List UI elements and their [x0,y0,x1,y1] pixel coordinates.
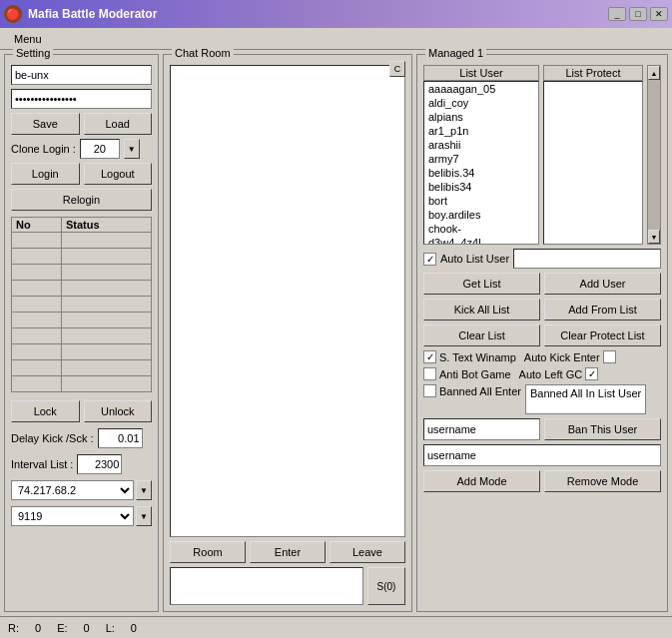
anti-bot-label: Anti Bot Game [439,368,511,380]
setting-panel-title: Setting [13,47,53,59]
clear-list-button[interactable]: Clear List [423,324,540,346]
setting-panel: Setting Save Load Clone Login : ▼ Login … [4,54,159,612]
table-row [12,265,152,281]
clear-protect-button[interactable]: Clear Protect List [544,324,661,346]
managed-scrollbar[interactable]: ▲ ▼ [647,65,661,245]
managed-panel: Managed 1 List User aaaaagan_05aldi_coya… [416,54,668,612]
login-logout-row: Login Logout [11,163,152,185]
password-input[interactable] [11,89,152,109]
auto-kick-label: Auto Kick Enter [524,351,600,363]
add-mode-button[interactable]: Add Mode [423,470,540,492]
kick-all-button[interactable]: Kick All List [423,299,540,320]
table-row [12,360,152,376]
banned-all-label: Banned All Enter [439,385,521,397]
delay-input[interactable] [98,428,143,448]
scroll-up-arrow[interactable]: ▲ [648,66,660,80]
close-button[interactable]: ✕ [650,7,668,21]
menu-item-menu[interactable]: Menu [6,31,50,47]
ip-spin[interactable]: ▼ [136,480,152,500]
relogin-button[interactable]: Relogin [11,189,152,211]
list-protect-content[interactable] [543,81,643,245]
list-item[interactable]: ar1_p1n [424,124,538,138]
clone-row: Clone Login : ▼ [11,139,152,159]
banned-all-option: Banned All Enter [423,384,521,397]
logout-button[interactable]: Logout [84,163,153,185]
managed-panel-title: Managed 1 [425,47,486,59]
leave-button[interactable]: Leave [330,541,405,563]
list-item[interactable]: belibis34 [424,180,538,194]
list-item[interactable]: aldi_coy [424,96,538,110]
ban-user-button[interactable]: Ban This User [544,418,661,440]
auto-list-checkbox[interactable] [423,253,436,266]
lock-button[interactable]: Lock [11,400,80,422]
list-item[interactable]: bort [424,194,538,208]
maximize-button[interactable]: □ [629,7,647,21]
minimize-button[interactable]: _ [608,7,626,21]
send-button[interactable]: S(0) [367,567,405,605]
auto-list-label: Auto List User [440,253,509,265]
anti-bot-checkbox[interactable] [423,367,436,380]
list-item[interactable]: arashii [424,138,538,152]
enter-button[interactable]: Enter [250,541,326,563]
scroll-track [648,80,660,230]
app-title: Mafia Battle Moderator [28,7,602,21]
auto-list-input[interactable] [513,249,661,269]
s-text-checkbox[interactable] [423,350,436,363]
save-load-row: Save Load [11,113,152,135]
interval-input[interactable] [77,454,122,474]
list-item[interactable]: boy.ardiles [424,208,538,222]
list-item[interactable]: army7 [424,152,538,166]
save-button[interactable]: Save [11,113,80,135]
lock-unlock-row: Lock Unlock [11,400,152,422]
clone-input[interactable] [80,139,120,159]
list-user-header[interactable]: List User [423,65,539,81]
ip-dropdown[interactable]: 74.217.68.2 [11,480,134,500]
chat-controls-row: Room Enter Leave [170,541,405,563]
clone-label: Clone Login : [11,143,76,155]
get-list-button[interactable]: Get List [423,273,540,295]
chat-panel-title: Chat Room [172,47,234,59]
scroll-down-arrow[interactable]: ▼ [648,230,660,244]
menubar: Menu [0,28,672,50]
e-label: E: [57,622,67,634]
room-button[interactable]: Room [170,541,246,563]
chat-message-input[interactable] [170,567,363,605]
managed-top: List User aaaaagan_05aldi_coyalpiansar1_… [423,65,661,245]
auto-left-option: Auto Left GC [519,367,599,380]
login-button[interactable]: Login [11,163,80,185]
username-input[interactable] [11,65,152,85]
port-dropdown[interactable]: 9119 [11,506,134,526]
titlebar: 🔴 Mafia Battle Moderator _ □ ✕ [0,0,672,28]
clone-spin[interactable]: ▼ [124,139,140,159]
remove-mode-button[interactable]: Remove Mode [544,470,661,492]
list-item[interactable]: chook- [424,222,538,236]
col-status: Status [61,218,151,233]
auto-kick-option: Auto Kick Enter [524,350,616,363]
chat-clear-button[interactable]: C [389,61,405,77]
username-full-input[interactable] [423,444,661,466]
list-item[interactable]: belibis.34 [424,166,538,180]
anti-bot-option: Anti Bot Game [423,367,511,380]
banned-row: Banned All Enter Banned All In List User [423,384,661,414]
add-user-button[interactable]: Add User [544,273,661,295]
r-label: R: [8,622,19,634]
chat-area[interactable] [170,65,405,537]
auto-left-checkbox[interactable] [585,367,598,380]
auto-kick-checkbox[interactable] [603,350,616,363]
l-label: L: [106,622,115,634]
interval-label: Interval List : [11,458,73,470]
port-spin[interactable]: ▼ [136,506,152,526]
list-item[interactable]: alpians [424,110,538,124]
options-row-1: S. Text Winamp Auto Kick Enter [423,350,661,363]
list-user-box[interactable]: aaaaagan_05aldi_coyalpiansar1_p1narashii… [423,81,539,245]
list-item[interactable]: d3w4_4z4l [424,236,538,245]
s-text-label: S. Text Winamp [439,351,516,363]
unlock-button[interactable]: Unlock [84,400,153,422]
add-from-list-button[interactable]: Add From List [544,299,661,320]
load-button[interactable]: Load [84,113,153,135]
e-value: 0 [84,622,90,634]
banned-all-checkbox[interactable] [423,384,436,397]
username-ban-input[interactable] [423,418,540,440]
list-item[interactable]: aaaaagan_05 [424,82,538,96]
auto-list-row: Auto List User [423,249,661,269]
